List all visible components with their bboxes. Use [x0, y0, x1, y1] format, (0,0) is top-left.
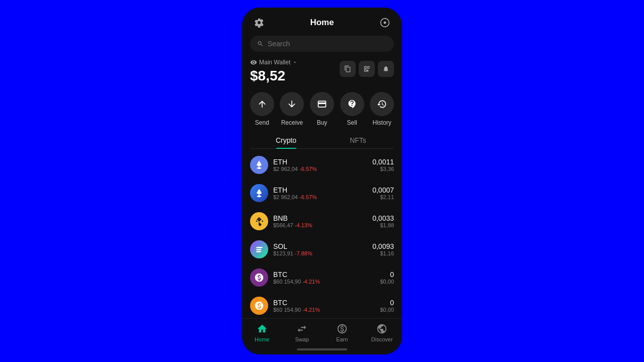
- bnb-logo: [250, 212, 268, 230]
- btc1-info: BTC $60 154,90 -4.21%: [273, 270, 380, 285]
- search-icon: [257, 40, 264, 47]
- nav-swap-label: Swap: [295, 336, 309, 342]
- send-label: Send: [255, 119, 269, 126]
- buy-button[interactable]: Buy: [310, 92, 334, 126]
- buy-label: Buy: [317, 119, 328, 126]
- discover-icon: [376, 323, 388, 335]
- home-bar: [297, 348, 347, 350]
- eth2-amounts: 0,0007 $2,11: [372, 186, 394, 200]
- nav-discover-label: Discover: [371, 336, 393, 342]
- crypto-item-btc2[interactable]: BTC $60 154,90 -4.21% 0 $0,00: [242, 292, 402, 318]
- history-button[interactable]: History: [370, 92, 394, 126]
- wallet-section: Main Wallet $8,52: [242, 57, 402, 88]
- copy-address-button[interactable]: [340, 61, 356, 77]
- history-icon-circle: [370, 92, 394, 116]
- crypto-item-eth2[interactable]: ETH $2 962,04 -6.57% 0,0007 $2,11: [242, 179, 402, 207]
- action-buttons: Send Receive Buy Sell History: [242, 88, 402, 128]
- home-indicator: [242, 344, 402, 354]
- connect-button[interactable]: [378, 16, 392, 30]
- tab-crypto[interactable]: Crypto: [250, 132, 322, 148]
- nav-home[interactable]: Home: [242, 323, 282, 342]
- sol-logo: [250, 240, 268, 258]
- chevron-down-icon: [292, 60, 297, 65]
- home-icon: [256, 323, 268, 335]
- wallet-name-row: Main Wallet: [250, 59, 297, 66]
- eth1-logo: [250, 156, 268, 174]
- svg-point-1: [383, 22, 386, 24]
- sell-label: Sell: [347, 119, 357, 126]
- wallet-action-icons: [340, 59, 394, 77]
- eye-icon: [250, 59, 257, 66]
- receive-icon-circle: [280, 92, 304, 116]
- bottom-nav: Home Swap Earn Discover: [242, 318, 402, 344]
- sol-info: SOL $123,91 -7.88%: [273, 242, 372, 256]
- wallet-balance: $8,52: [250, 68, 297, 84]
- history-label: History: [373, 119, 391, 126]
- phone-app: Home Main Wallet $8,52: [242, 8, 402, 354]
- wallet-info: Main Wallet $8,52: [250, 59, 297, 84]
- sol-amounts: 0,0093 $1,16: [372, 242, 394, 256]
- nav-swap[interactable]: Swap: [282, 323, 323, 342]
- btc1-logo: [250, 268, 268, 287]
- search-bar[interactable]: [250, 36, 394, 52]
- sell-button[interactable]: Sell: [340, 92, 364, 126]
- eth1-info: ETH $2 962,04 -6.57%: [273, 158, 372, 172]
- content-tabs: Crypto NFTs: [250, 132, 394, 149]
- header: Home: [242, 8, 402, 34]
- page-title: Home: [310, 18, 334, 28]
- crypto-list: ETH $2 962,04 -6.57% 0,0011 $3,36 ETH $2…: [242, 149, 402, 318]
- nav-earn-label: Earn: [336, 336, 348, 342]
- eth2-logo: [250, 184, 268, 202]
- send-icon-circle: [250, 92, 274, 116]
- receive-button[interactable]: Receive: [280, 92, 304, 126]
- crypto-item-eth1[interactable]: ETH $2 962,04 -6.57% 0,0011 $3,36: [242, 151, 402, 179]
- bnb-info: BNB $566,47 -4.13%: [273, 214, 372, 228]
- eth2-info: ETH $2 962,04 -6.57%: [273, 186, 372, 200]
- crypto-item-btc1[interactable]: BTC $60 154,90 -4.21% 0 $0,00: [242, 263, 402, 292]
- nav-discover[interactable]: Discover: [362, 323, 403, 342]
- buy-icon-circle: [310, 92, 334, 116]
- nav-home-label: Home: [255, 336, 269, 342]
- send-button[interactable]: Send: [250, 92, 274, 126]
- search-input[interactable]: [268, 40, 387, 48]
- eth1-amounts: 0,0011 $3,36: [372, 158, 394, 172]
- sell-icon-circle: [340, 92, 364, 116]
- settings-button[interactable]: [252, 16, 266, 30]
- btc2-amounts: 0 $0,00: [380, 299, 394, 313]
- btc2-info: BTC $60 154,90 -4.21%: [273, 299, 380, 313]
- wallet-name-label: Main Wallet: [259, 59, 290, 66]
- btc1-amounts: 0 $0,00: [380, 270, 394, 285]
- crypto-item-sol[interactable]: SOL $123,91 -7.88% 0,0093 $1,16: [242, 235, 402, 263]
- btc2-logo: [250, 297, 268, 315]
- tab-nfts[interactable]: NFTs: [322, 132, 394, 148]
- nav-earn[interactable]: Earn: [322, 323, 362, 342]
- qr-code-button[interactable]: [359, 61, 375, 77]
- crypto-item-bnb[interactable]: BNB $566,47 -4.13% 0,0033 $1,88: [242, 207, 402, 235]
- receive-label: Receive: [281, 119, 303, 126]
- earn-icon: [336, 323, 348, 335]
- bnb-amounts: 0,0033 $1,88: [372, 214, 394, 228]
- notifications-button[interactable]: [378, 61, 394, 77]
- swap-icon: [296, 323, 308, 335]
